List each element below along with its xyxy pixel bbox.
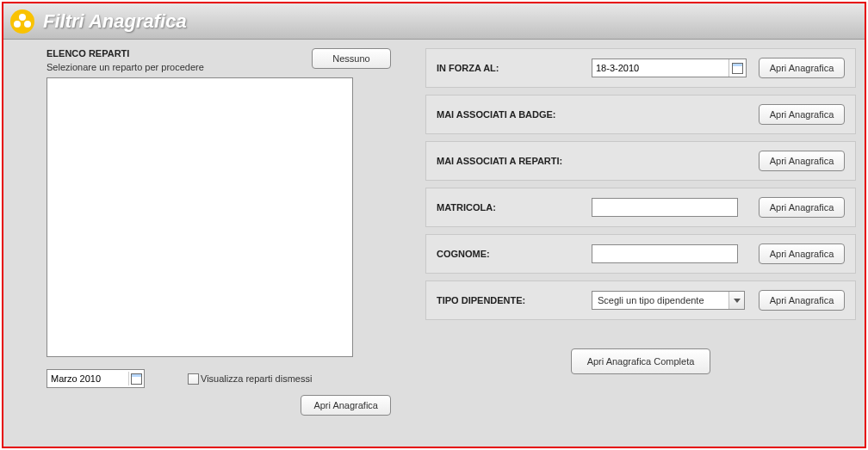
matricola-label: MATRICOLA: [437, 202, 583, 213]
reparti-listbox[interactable] [46, 77, 353, 357]
in-forza-date-input[interactable]: 18-3-2010 [592, 59, 747, 77]
in-forza-value: 18-3-2010 [592, 59, 728, 77]
left-panel: ELENCO REPARTI Selezionare un reparto pe… [46, 48, 391, 438]
filter-badge: MAI ASSOCIATI A BADGE: Apri Anagrafica [425, 95, 856, 134]
filter-matricola: MATRICOLA: Apri Anagrafica [425, 188, 856, 227]
right-panel: IN FORZA AL: 18-3-2010 Apri Anagrafica M… [425, 48, 856, 438]
elenco-title: ELENCO REPARTI [46, 48, 312, 59]
badge-label: MAI ASSOCIATI A BADGE: [437, 109, 750, 120]
apri-badge-button[interactable]: Apri Anagrafica [759, 104, 845, 125]
dismessi-checkbox[interactable]: Visualizza reparti dismessi [188, 373, 312, 385]
apri-reparti-button[interactable]: Apri Anagrafica [759, 151, 845, 171]
filter-cognome: COGNOME: Apri Anagrafica [425, 234, 856, 274]
month-picker[interactable]: Marzo 2010 [46, 369, 145, 388]
nessuno-button[interactable]: Nessuno [312, 48, 391, 69]
cognome-label: COGNOME: [437, 249, 583, 259]
apri-in-forza-button[interactable]: Apri Anagrafica [759, 58, 845, 78]
dismessi-label: Visualizza reparti dismessi [201, 373, 312, 384]
filter-in-forza: IN FORZA AL: 18-3-2010 Apri Anagrafica [425, 48, 856, 88]
cognome-input[interactable] [592, 244, 738, 263]
chevron-down-icon [734, 299, 741, 303]
calendar-icon [131, 373, 142, 385]
apri-completa-button[interactable]: Apri Anagrafica Completa [571, 348, 711, 374]
calendar-icon [732, 63, 743, 74]
apri-tipo-button[interactable]: Apri Anagrafica [759, 290, 845, 311]
filter-tipo: TIPO DIPENDENTE: Scegli un tipo dipenden… [425, 280, 856, 320]
apri-anagrafica-left-button[interactable]: Apri Anagrafica [301, 395, 391, 416]
header-bar: Filtri Anagrafica [3, 3, 865, 40]
apri-matricola-button[interactable]: Apri Anagrafica [759, 197, 845, 218]
checkbox-icon [188, 373, 199, 385]
dropdown-toggle[interactable] [728, 292, 744, 309]
apri-cognome-button[interactable]: Apri Anagrafica [759, 243, 845, 264]
tipo-label: TIPO DIPENDENTE: [437, 295, 583, 305]
matricola-input[interactable] [592, 198, 738, 217]
elenco-subtitle: Selezionare un reparto per procedere [46, 62, 312, 72]
calendar-button[interactable] [728, 59, 746, 77]
svg-point-2 [24, 21, 31, 28]
in-forza-label: IN FORZA AL: [437, 63, 583, 73]
month-value: Marzo 2010 [51, 373, 128, 384]
app-window: Filtri Anagrafica ELENCO REPARTI Selezio… [2, 2, 866, 448]
svg-point-1 [14, 21, 21, 28]
calendar-button[interactable] [128, 372, 142, 385]
content-area: ELENCO REPARTI Selezionare un reparto pe… [3, 40, 865, 447]
tipo-select[interactable]: Scegli un tipo dipendente [592, 291, 745, 310]
tipo-selected: Scegli un tipo dipendente [592, 292, 728, 309]
page-title: Filtri Anagrafica [43, 10, 187, 33]
filter-reparti: MAI ASSOCIATI A REPARTI: Apri Anagrafica [425, 141, 856, 181]
svg-point-0 [19, 14, 26, 21]
reparti-label: MAI ASSOCIATI A REPARTI: [437, 156, 750, 166]
complete-row: Apri Anagrafica Completa [425, 336, 856, 387]
people-icon [10, 9, 34, 34]
